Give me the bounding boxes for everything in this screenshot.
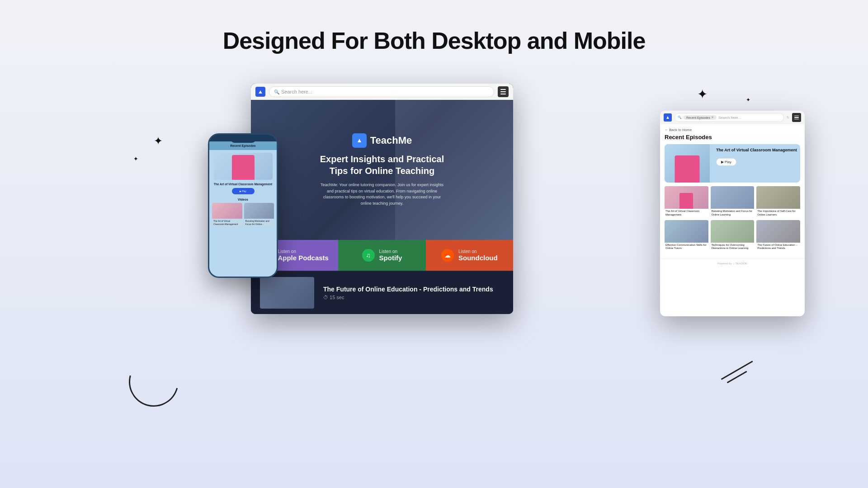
deco-star-4: ✦: [154, 136, 163, 146]
listen-soundcloud[interactable]: ☁ Listen on Soundcloud: [426, 240, 513, 271]
soundcloud-icon: ☁: [441, 249, 454, 262]
browser-search-placeholder: Search here...: [281, 89, 312, 94]
tablet-section-title: Recent Episodes: [665, 134, 800, 141]
phone-episode-image: [214, 153, 273, 180]
desktop-video-title: The Future of Online Education - Predict…: [323, 286, 493, 293]
tablet-search-bar[interactable]: 🔍 Recent Episodes ✕ Search here...: [675, 113, 784, 122]
phone-video-item-1[interactable]: The Art of Virtual Classroom Management: [212, 203, 242, 226]
hero-desc: TeachMe: Your online tutoring companion.…: [319, 182, 445, 206]
tablet-featured-episode: The Art of Virtual Classroom Management …: [665, 144, 800, 183]
tablet-grid-label-1: The Art of Virtual Classroom Management: [665, 209, 708, 218]
tablet-search-placeholder: Search here...: [718, 116, 741, 120]
tablet-grid-item-2[interactable]: Boosting Motivation and Focus for Online…: [711, 186, 755, 218]
listen-bar: 🎙 Listen on Apple Podcasts ♫ Listen on S…: [251, 240, 513, 271]
tablet-grid-item-6[interactable]: The Future of Online Education – Predict…: [756, 220, 800, 252]
desktop-browser: 🔍 Search here... Tea: [251, 84, 513, 314]
desktop-video-time: ⏱ 15 sec: [323, 295, 493, 300]
desktop-hero: TeachMe Expert Insights and Practical Ti…: [251, 100, 513, 240]
tablet-grid-label-3: The Importance of Self-Care for Online L…: [756, 209, 800, 218]
hero-brand: TeachMe: [314, 133, 450, 148]
tablet-featured-title: The Art of Virtual Classroom Management: [716, 148, 797, 153]
tablet-browser: 🔍 Recent Episodes ✕ Search here... ↻ ← B…: [660, 111, 805, 316]
phone-notch: [230, 135, 257, 143]
deco-star-1: ✦: [697, 88, 708, 101]
tablet-grid-item-5[interactable]: Techniques for Overcoming Distractions i…: [711, 220, 755, 252]
tablet-refresh-icon[interactable]: ↻: [787, 116, 789, 119]
browser-search-bar[interactable]: 🔍 Search here...: [269, 86, 494, 97]
tablet-toolbar: 🔍 Recent Episodes ✕ Search here... ↻: [660, 111, 805, 124]
soundcloud-text: Listen on Soundcloud: [458, 249, 498, 262]
browser-toolbar: 🔍 Search here...: [251, 84, 513, 100]
phone-video-item-2[interactable]: Boosting Motivation and Focus for Online…: [244, 203, 274, 226]
phone-episode-title: The Art of Virtual Classroom Management: [209, 183, 277, 186]
deco-star-5: ✦: [133, 156, 138, 162]
tablet-menu-button[interactable]: [792, 113, 801, 122]
hero-brand-name: TeachMe: [370, 135, 412, 146]
browser-menu-button[interactable]: [498, 86, 509, 97]
phone-video-label-2: Boosting Motivation and Focus for Online…: [244, 219, 274, 226]
phone-video-grid: The Art of Virtual Classroom Management …: [209, 203, 277, 226]
devices-container: Recent Episodes The Art of Virtual Class…: [208, 84, 660, 355]
tablet-featured-info: The Art of Virtual Classroom Management …: [713, 144, 800, 183]
tablet-grid-label-6: The Future of Online Education – Predict…: [756, 243, 800, 252]
tablet-grid-label-2: Boosting Motivation and Focus for Online…: [711, 209, 755, 218]
tablet-back-link[interactable]: ← Back to Home: [665, 128, 800, 132]
tablet-grid-item-3[interactable]: The Importance of Self-Care for Online L…: [756, 186, 800, 218]
tablet-grid-label-4: Effective Communication Skills for Onlin…: [665, 243, 708, 252]
phone-videos-label: Videos: [209, 196, 277, 203]
hero-brand-icon: [352, 133, 367, 148]
phone-mockup: Recent Episodes The Art of Virtual Class…: [208, 133, 278, 278]
desktop-video-info: The Future of Online Education - Predict…: [323, 286, 493, 300]
apple-podcasts-text: Listen on Apple Podcasts: [278, 249, 329, 262]
tablet-featured-image: [665, 144, 710, 183]
tablet-search-tag: Recent Episodes ✕: [684, 115, 717, 120]
tablet-grid-item-1[interactable]: The Art of Virtual Classroom Management: [665, 186, 708, 218]
tablet-episodes-grid: The Art of Virtual Classroom Management …: [665, 186, 800, 251]
tablet-content: ← Back to Home Recent Episodes The Art o…: [660, 124, 805, 258]
tablet-logo: [664, 113, 672, 122]
phone-video-label-1: The Art of Virtual Classroom Management: [212, 219, 242, 226]
spotify-icon: ♫: [362, 249, 375, 262]
desktop-video-section: The Future of Online Education - Predict…: [251, 271, 513, 314]
deco-arc-left: [120, 348, 188, 416]
phone-play-button[interactable]: ▶ Play: [232, 188, 255, 194]
browser-logo: [255, 87, 265, 97]
spotify-text: Listen on Spotify: [379, 249, 402, 262]
tablet-grid-item-4[interactable]: Effective Communication Skills for Onlin…: [665, 220, 708, 252]
deco-star-3: ✦: [746, 97, 750, 103]
desktop-video-thumbnail: [260, 277, 314, 309]
page-title: Designed For Both Desktop and Mobile: [0, 0, 868, 54]
listen-spotify[interactable]: ♫ Listen on Spotify: [338, 240, 425, 271]
tablet-play-button[interactable]: ▶ Play: [716, 158, 736, 166]
deco-line-2: [727, 371, 747, 383]
hero-title: Expert Insights and Practical Tips for O…: [314, 153, 450, 177]
tablet-grid-label-5: Techniques for Overcoming Distractions i…: [711, 243, 755, 252]
tablet-footer: Powered by ☆ SEASIDE: [660, 258, 805, 267]
